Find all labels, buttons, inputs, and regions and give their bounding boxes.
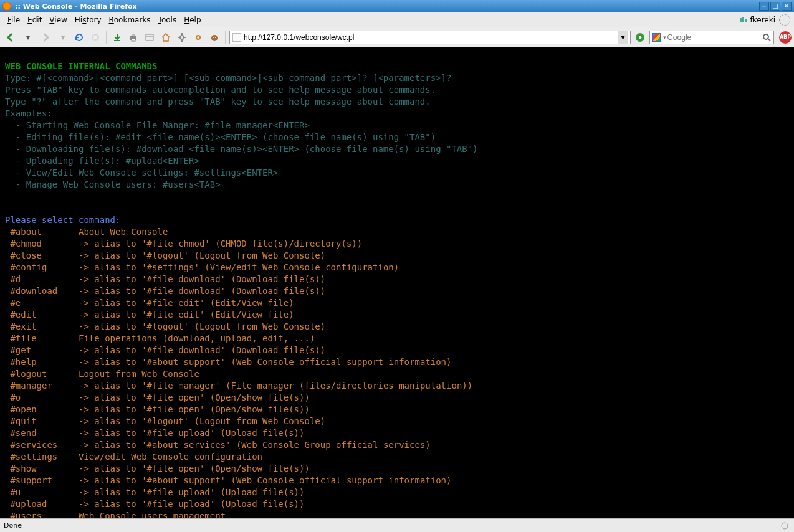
command-name: #upload <box>5 498 79 510</box>
navigation-toolbar: ▾ ▾ ▾ ▾ AB <box>0 27 794 47</box>
url-history-dropdown[interactable]: ▾ <box>618 31 628 44</box>
back-button[interactable] <box>2 29 19 45</box>
console-header: WEB CONSOLE INTERNAL COMMANDS <box>5 61 157 71</box>
menu-edit[interactable]: Edit <box>24 14 45 26</box>
command-name: #show <box>5 463 79 475</box>
search-input[interactable] <box>667 33 762 42</box>
search-bar[interactable]: ▾ <box>649 31 774 44</box>
search-engine-icon[interactable] <box>652 33 661 42</box>
adblock-icon[interactable]: ABP <box>779 31 792 44</box>
command-desc: -> alias to '#logout' (Logout from Web C… <box>79 416 325 427</box>
go-button[interactable] <box>633 31 647 44</box>
user-badge-text: fkereki <box>750 16 775 24</box>
command-name: #e <box>5 297 79 309</box>
console-command-row: #manager -> alias to '#file manager' (Fi… <box>5 380 789 392</box>
command-desc: View/edit Web Console configuration <box>79 451 262 463</box>
settings-gear-button[interactable] <box>175 31 189 44</box>
home-button[interactable] <box>159 31 173 44</box>
command-desc: -> alias to '#about support' (Web Consol… <box>79 356 451 368</box>
svg-point-15 <box>196 36 200 39</box>
menu-tools[interactable]: Tools <box>155 14 181 26</box>
svg-point-22 <box>782 523 788 529</box>
menu-history[interactable]: History <box>71 14 105 26</box>
search-go-button[interactable] <box>762 32 772 42</box>
command-name: #support <box>5 475 79 487</box>
window-titlebar: :: Web Console - Mozilla Firefox − □ ✕ <box>0 0 794 12</box>
command-name: #services <box>5 439 79 451</box>
console-command-row: #upload -> alias to '#file upload' (Uplo… <box>5 498 789 510</box>
forward-button[interactable] <box>37 29 54 45</box>
window-title: :: Web Console - Mozilla Firefox <box>15 2 759 11</box>
command-desc: -> alias to '#file download' (Download f… <box>79 285 325 297</box>
console-command-row: #u -> alias to '#file upload' (Upload fi… <box>5 487 789 498</box>
minimize-button[interactable]: − <box>759 2 769 11</box>
back-dropdown[interactable]: ▾ <box>21 31 35 44</box>
forward-dropdown[interactable]: ▾ <box>56 31 70 44</box>
console-command-row: #help -> alias to '#about support' (Web … <box>5 356 789 368</box>
site-identity-icon[interactable] <box>232 33 241 42</box>
console-command-row: #quit -> alias to '#logout' (Logout from… <box>5 416 789 427</box>
url-input[interactable] <box>244 33 618 42</box>
svg-point-10 <box>180 36 184 39</box>
downloads-button[interactable] <box>110 31 124 44</box>
close-button[interactable]: ✕ <box>782 2 792 11</box>
menubar: File Edit View History Bookmarks Tools H… <box>0 12 794 27</box>
command-desc: -> alias to '#file upload' (Upload file(… <box>79 487 304 498</box>
address-bar[interactable]: ▾ <box>229 31 631 44</box>
reload-button[interactable] <box>72 31 86 44</box>
security-lock-icon[interactable] <box>778 521 790 531</box>
command-desc: -> alias to '#file edit' (Edit/View file… <box>79 309 294 321</box>
console-help-block: Type: #[<command>|<command part>] [<sub-… <box>5 72 789 191</box>
command-desc: -> alias to '#file chmod' (CHMOD file(s)… <box>79 238 362 250</box>
command-desc: Logout from Web Console <box>79 368 199 380</box>
console-command-row: #exit -> alias to '#logout' (Logout from… <box>5 321 789 333</box>
svg-point-20 <box>763 34 768 39</box>
console-command-row: #services -> alias to '#about services' … <box>5 439 789 451</box>
svg-rect-1 <box>742 17 744 22</box>
svg-rect-8 <box>146 34 153 40</box>
addons-gear-button[interactable] <box>191 31 205 44</box>
command-name: #edit <box>5 309 79 321</box>
svg-rect-0 <box>740 18 742 22</box>
menu-bookmarks[interactable]: Bookmarks <box>105 14 155 26</box>
menu-view[interactable]: View <box>45 14 70 26</box>
stop-button[interactable] <box>88 31 102 44</box>
throbber-icon <box>779 14 790 26</box>
menu-file[interactable]: File <box>4 14 24 26</box>
command-name: #file <box>5 333 79 344</box>
svg-point-17 <box>213 37 214 38</box>
svg-point-16 <box>211 35 218 41</box>
console-command-row: #config -> alias to '#settings' (View/ed… <box>5 262 789 273</box>
svg-rect-7 <box>132 39 135 41</box>
search-engine-dropdown[interactable]: ▾ <box>663 34 666 40</box>
command-desc: -> alias to '#file open' (Open/show file… <box>79 404 310 416</box>
print-button[interactable] <box>127 31 140 44</box>
command-desc: File operations (download, upload, edit,… <box>79 333 315 344</box>
command-desc: Web Console users management <box>79 510 226 518</box>
command-name: #open <box>5 404 79 416</box>
command-desc: About Web Console <box>79 226 168 238</box>
svg-rect-4 <box>114 40 120 41</box>
command-name: #exit <box>5 321 79 333</box>
command-desc: -> alias to '#about services' (Web Conso… <box>79 439 431 451</box>
maximize-button[interactable]: □ <box>770 2 780 11</box>
user-badge[interactable]: fkereki <box>735 16 779 24</box>
svg-line-21 <box>768 39 770 41</box>
command-name: #get <box>5 344 79 356</box>
history-button[interactable] <box>143 31 156 44</box>
console-command-row: #edit -> alias to '#file edit' (Edit/Vie… <box>5 309 789 321</box>
console-command-row: #show -> alias to '#file open' (Open/sho… <box>5 463 789 475</box>
greasemonkey-button[interactable] <box>208 31 221 44</box>
command-name: #o <box>5 392 79 404</box>
console-command-row: #d -> alias to '#file download' (Downloa… <box>5 273 789 285</box>
menu-help[interactable]: Help <box>180 14 204 26</box>
web-console-output[interactable]: WEB CONSOLE INTERNAL COMMANDS Type: #[<c… <box>0 47 794 518</box>
console-command-row: #close -> alias to '#logout' (Logout fro… <box>5 250 789 262</box>
command-desc: -> alias to '#file upload' (Upload file(… <box>79 498 304 510</box>
console-command-row: #about About Web Console <box>5 226 789 238</box>
console-command-row: #file File operations (download, upload,… <box>5 333 789 344</box>
console-command-row: #support -> alias to '#about support' (W… <box>5 475 789 487</box>
svg-rect-2 <box>745 19 747 22</box>
console-command-row: #settings View/edit Web Console configur… <box>5 451 789 463</box>
command-name: #users <box>5 510 79 518</box>
